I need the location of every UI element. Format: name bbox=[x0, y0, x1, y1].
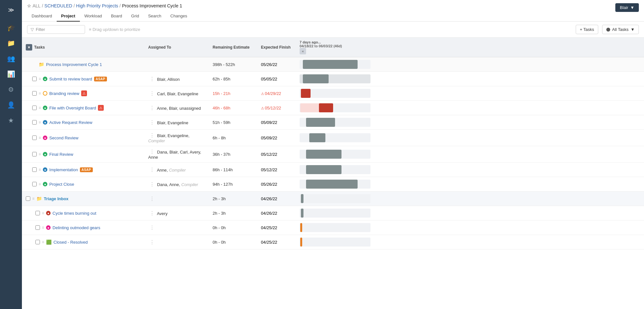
tab-project[interactable]: Project bbox=[57, 11, 80, 22]
drag-handle-icon[interactable]: ≡ bbox=[39, 182, 41, 186]
task-name[interactable]: Implementation bbox=[49, 167, 78, 172]
task-name[interactable]: Closed - Resolved bbox=[53, 240, 88, 245]
nav-tabs: Dashboard Project Workload Board Grid Se… bbox=[27, 11, 639, 21]
collapse-tasks-button[interactable]: ▼ bbox=[26, 44, 32, 51]
all-tasks-dot bbox=[606, 28, 610, 32]
folder-sidebar-icon[interactable]: 📁 bbox=[5, 37, 17, 50]
task-name[interactable]: Cycle times burning out bbox=[53, 211, 96, 216]
drag-handle-icon[interactable]: ≡ bbox=[39, 77, 41, 81]
more-options-icon[interactable]: ⋮ bbox=[148, 133, 156, 138]
row-checkbox[interactable] bbox=[35, 240, 40, 244]
row-checkbox[interactable] bbox=[35, 211, 40, 215]
more-options-icon[interactable]: ⋮ bbox=[148, 211, 156, 216]
status-blue-icon: ● bbox=[43, 167, 47, 172]
task-name[interactable]: Delinting outmoded gears bbox=[53, 225, 100, 230]
user-menu-button[interactable]: Blair ▼ bbox=[615, 3, 639, 12]
drag-handle-icon[interactable]: ≡ bbox=[42, 211, 44, 215]
filter-input[interactable]: ▽ Filter bbox=[27, 25, 85, 34]
tab-search[interactable]: Search bbox=[144, 11, 166, 22]
tab-board[interactable]: Board bbox=[106, 11, 127, 22]
warn-badge: ⚠ bbox=[98, 105, 104, 111]
tab-changes[interactable]: Changes bbox=[166, 11, 192, 22]
task-name[interactable]: Second Review bbox=[49, 136, 78, 140]
all-tasks-button[interactable]: All Tasks ▼ bbox=[602, 25, 639, 34]
status-pink-icon: ● bbox=[43, 136, 47, 140]
row-checkbox[interactable] bbox=[32, 77, 37, 81]
table-row: ≡ ● Project Close ⋮ Dana, Anne, Compiler… bbox=[22, 177, 644, 192]
asap-badge: ASAP bbox=[94, 77, 107, 81]
breadcrumb-scheduled[interactable]: SCHEDULED bbox=[44, 3, 72, 8]
tab-grid[interactable]: Grid bbox=[127, 11, 144, 22]
task-name[interactable]: Final Review bbox=[49, 152, 73, 157]
drag-handle-icon[interactable]: ≡ bbox=[42, 225, 44, 230]
task-name[interactable]: Triage Inbox bbox=[44, 196, 69, 201]
breadcrumb-all[interactable]: ALL bbox=[33, 3, 41, 8]
header: ☆ ALL / SCHEDULED / High Priority Projec… bbox=[22, 0, 644, 22]
chart-icon[interactable]: 📊 bbox=[5, 68, 17, 80]
row-checkbox[interactable] bbox=[35, 225, 40, 230]
more-options-icon[interactable]: ⋮ bbox=[148, 149, 156, 154]
more-options-icon[interactable]: ⋮ bbox=[148, 76, 156, 82]
gantt-collapse-button[interactable]: « bbox=[300, 48, 306, 54]
gear-icon[interactable]: ⚙ bbox=[5, 83, 17, 96]
row-checkbox[interactable] bbox=[32, 152, 37, 156]
star-sidebar-icon[interactable]: ★ bbox=[5, 114, 17, 127]
drag-handle-icon[interactable]: ≡ bbox=[39, 167, 41, 172]
table-row: ≡ ● File with Oversight Board ⚠ ⋮ Anne, … bbox=[22, 101, 644, 115]
add-tasks-button[interactable]: + Tasks bbox=[576, 25, 598, 34]
table-row: 📁 Process Improvement Cycle 1 398h - 522… bbox=[22, 57, 644, 72]
drag-handle-icon[interactable]: ≡ bbox=[32, 196, 34, 201]
drag-handle-icon[interactable]: ≡ bbox=[42, 240, 44, 244]
person-icon[interactable]: 👤 bbox=[5, 98, 17, 111]
task-name[interactable]: Active Request Review bbox=[49, 120, 92, 125]
gantt-cell bbox=[296, 192, 644, 206]
task-cell: ≡ ● Project Close bbox=[22, 177, 144, 192]
row-checkbox[interactable] bbox=[32, 167, 37, 172]
task-name[interactable]: Process Improvement Cycle 1 bbox=[46, 62, 102, 67]
graduation-cap-icon[interactable]: 🎓 bbox=[5, 21, 17, 34]
finish-cell: ⚠04/29/22 bbox=[257, 86, 296, 101]
drag-handle-icon[interactable]: ≡ bbox=[39, 136, 41, 140]
gantt-cell bbox=[296, 101, 644, 115]
more-options-icon[interactable]: ⋮ bbox=[148, 225, 156, 230]
task-name[interactable]: Submit to review board bbox=[49, 77, 92, 81]
gantt-cell bbox=[296, 146, 644, 163]
breadcrumb-high-priority[interactable]: High Priority Projects bbox=[76, 3, 118, 8]
more-options-icon[interactable]: ⋮ bbox=[148, 167, 156, 173]
more-options-icon[interactable]: ⋮ bbox=[148, 105, 156, 111]
task-name[interactable]: Project Close bbox=[49, 182, 74, 187]
row-checkbox[interactable] bbox=[32, 106, 37, 110]
task-cell: ≡ ● Final Review bbox=[22, 146, 144, 163]
more-options-icon[interactable]: ⋮ bbox=[148, 91, 156, 96]
tab-dashboard[interactable]: Dashboard bbox=[27, 11, 57, 22]
drag-handle-icon[interactable]: ≡ bbox=[39, 152, 41, 156]
row-checkbox[interactable] bbox=[32, 182, 37, 186]
drag-handle-icon[interactable]: ≡ bbox=[39, 120, 41, 125]
row-checkbox[interactable] bbox=[32, 120, 37, 125]
sidebar-toggle[interactable]: ≫ bbox=[5, 4, 17, 16]
gantt-cell bbox=[296, 72, 644, 86]
finish-cell: 04/25/22 bbox=[257, 235, 296, 249]
more-options-icon[interactable]: ⋮ bbox=[148, 196, 156, 201]
task-name[interactable]: Branding review bbox=[49, 91, 79, 96]
more-options-icon[interactable]: ⋮ bbox=[148, 182, 156, 187]
tab-workload[interactable]: Workload bbox=[80, 11, 107, 22]
row-checkbox[interactable] bbox=[32, 91, 37, 96]
gantt-cell bbox=[296, 220, 644, 235]
estimate-cell: 0h - 0h bbox=[209, 220, 257, 235]
status-green-icon: ● bbox=[43, 182, 47, 186]
drag-handle-icon[interactable]: ≡ bbox=[39, 91, 41, 96]
gantt-cell bbox=[296, 177, 644, 192]
more-options-icon[interactable]: ⋮ bbox=[148, 239, 156, 245]
gantt-cell bbox=[296, 130, 644, 146]
drag-handle-icon[interactable]: ≡ bbox=[39, 106, 41, 110]
row-checkbox[interactable] bbox=[26, 196, 30, 201]
assigned-cell: ⋮ Dana, Blair, Carl, Avery, Anne bbox=[144, 146, 209, 163]
folder-green-icon: 🟩 bbox=[46, 239, 52, 245]
more-options-icon[interactable]: ⋮ bbox=[148, 120, 156, 125]
assigned-cell: ⋮ Avery bbox=[144, 206, 209, 220]
assigned-cell: ⋮ Anne, Blair, unassigned bbox=[144, 101, 209, 115]
people-icon[interactable]: 👥 bbox=[5, 52, 17, 65]
row-checkbox[interactable] bbox=[32, 136, 37, 140]
task-name[interactable]: File with Oversight Board bbox=[49, 106, 96, 110]
